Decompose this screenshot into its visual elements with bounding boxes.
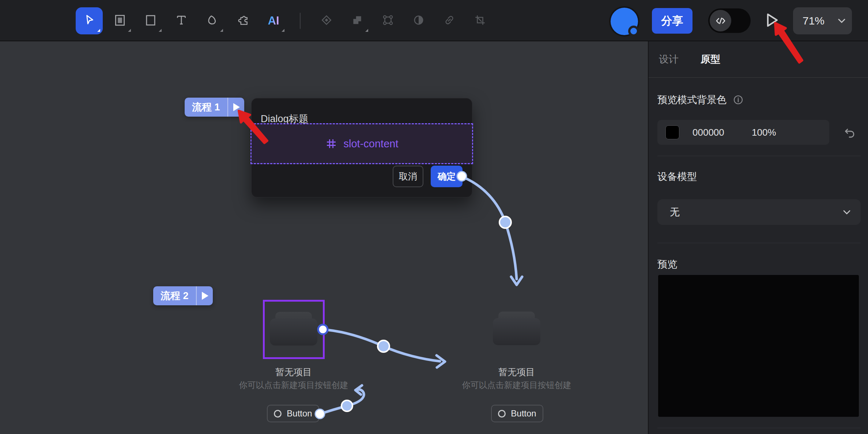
arrowhead-down-icon	[511, 277, 522, 285]
vector-frame-icon	[382, 14, 394, 28]
new-item-button-left[interactable]: Button	[267, 405, 319, 422]
preview-background-label: 预览模式背景色	[657, 93, 727, 106]
chevron-down-icon	[842, 210, 851, 215]
text-tool-button[interactable]	[168, 7, 195, 34]
mask-icon	[412, 14, 425, 28]
preview-label: 预览	[657, 258, 677, 271]
play-icon	[766, 13, 779, 29]
section-divider	[657, 156, 861, 156]
app-window: AI	[0, 0, 868, 434]
tool-dropdown-corner	[128, 29, 131, 32]
tab-design[interactable]: 设计	[659, 53, 679, 66]
cancel-button-label: 取消	[399, 170, 417, 182]
confirm-button-label: 确定	[438, 170, 456, 182]
folder-front	[493, 318, 540, 345]
boolean-tool-button[interactable]	[344, 7, 371, 34]
boolean-shapes-icon	[351, 14, 363, 28]
ai-tool-button[interactable]: AI	[260, 7, 287, 34]
device-model-dropdown[interactable]: 无	[657, 199, 861, 225]
slot-content-label: slot-content	[344, 138, 399, 150]
info-icon[interactable]	[733, 95, 743, 105]
empty-folder-illustration	[270, 312, 317, 346]
connection-midpoint-handle[interactable]	[378, 340, 389, 352]
right-panel: 设计 原型 预览模式背景色 000000 100% 设备模型 无 预览	[648, 41, 868, 434]
tool-dropdown-corner	[159, 29, 162, 32]
preview-section-label: 预览	[657, 258, 677, 271]
reset-color-button[interactable]	[842, 125, 856, 140]
text-icon	[175, 14, 188, 28]
tool-dropdown-corner	[220, 29, 223, 32]
move-tool-button[interactable]	[76, 7, 103, 34]
tool-dropdown-corner	[282, 29, 284, 32]
button-label: Button	[511, 408, 536, 419]
user-avatar[interactable]	[611, 8, 638, 35]
flow1-tag[interactable]: 流程 1	[185, 98, 244, 117]
preview-thumbnail	[658, 275, 859, 417]
flow1-label: 流程 1	[185, 101, 227, 114]
connection-path	[323, 329, 440, 361]
empty-folder-illustration	[493, 312, 540, 345]
component-tool-button[interactable]	[229, 7, 256, 34]
present-play-button[interactable]	[766, 13, 780, 29]
cursor-icon	[83, 14, 95, 28]
device-model-label: 设备模型	[657, 170, 697, 183]
dev-mode-toggle[interactable]	[708, 8, 751, 33]
crop-icon	[474, 14, 486, 28]
connection-midpoint-handle[interactable]	[499, 216, 511, 228]
section-divider	[657, 243, 861, 243]
connection-midpoint-handle[interactable]	[341, 400, 352, 411]
new-item-button-right[interactable]: Button	[491, 405, 543, 422]
dialog-cancel-button[interactable]: 取消	[393, 166, 423, 187]
code-icon	[710, 10, 731, 31]
canvas[interactable]: 流程 1 Dialog标题 slot-content 取消 确定 流程 2	[0, 41, 648, 434]
dialog-slot-area[interactable]: slot-content	[250, 123, 473, 164]
link-icon	[443, 14, 456, 28]
flow2-play-button[interactable]	[197, 286, 213, 305]
pen-tool-button[interactable]	[199, 7, 226, 34]
diamond-icon	[320, 14, 333, 28]
device-model-value: 无	[670, 205, 842, 219]
zoom-control[interactable]: 71%	[793, 7, 852, 34]
empty-state-caption: 你可以点击新建项目按钮创建	[452, 380, 581, 391]
chevron-down-icon	[838, 18, 846, 23]
dialog-frame[interactable]: Dialog标题 slot-content 取消 确定	[251, 98, 472, 197]
color-hex-value[interactable]: 000000	[692, 127, 740, 138]
flow2-tag[interactable]: 流程 2	[153, 286, 213, 305]
background-color-field[interactable]: 000000 100%	[657, 120, 829, 145]
button-label: Button	[287, 408, 312, 419]
frame-tool-button[interactable]	[106, 7, 133, 34]
empty-state-caption: 你可以点击新建项目按钮创建	[229, 380, 358, 391]
puzzle-icon	[237, 14, 249, 28]
tab-prototype[interactable]: 原型	[701, 53, 720, 66]
crop-tool-button[interactable]	[467, 7, 494, 34]
section-divider	[657, 428, 861, 428]
folder-front	[270, 318, 317, 346]
mask-tool-button[interactable]	[405, 7, 432, 34]
dialog-confirm-button[interactable]: 确定	[431, 166, 463, 187]
share-button-label: 分享	[661, 14, 683, 29]
empty-state-title: 暂无项目	[480, 366, 553, 378]
vector-edit-tool-button[interactable]	[374, 7, 401, 34]
panel-tabs: 设计 原型	[649, 41, 868, 78]
frame-icon	[114, 14, 126, 28]
rectangle-tool-button[interactable]	[137, 7, 164, 34]
tool-dropdown-corner	[97, 29, 100, 32]
ai-icon: AI	[268, 14, 279, 27]
toolbar: AI	[0, 0, 868, 41]
avatar-status-badge	[628, 26, 639, 37]
slot-hash-icon	[325, 138, 337, 150]
device-model-section-label: 设备模型	[657, 170, 697, 183]
share-button[interactable]: 分享	[652, 8, 692, 34]
arrowhead-right-icon	[437, 355, 445, 367]
link-tool-button[interactable]	[436, 7, 463, 34]
pen-shape-icon	[206, 14, 218, 28]
color-swatch[interactable]	[665, 125, 679, 139]
undo-icon	[842, 126, 856, 139]
empty-state-title: 暂无项目	[257, 366, 330, 378]
diamond-tool-button[interactable]	[313, 7, 340, 34]
tool-dropdown-corner	[365, 29, 368, 32]
color-opacity-value[interactable]: 100%	[752, 127, 776, 138]
flow1-play-button[interactable]	[228, 98, 244, 117]
play-icon	[202, 292, 208, 300]
circle-icon	[274, 410, 282, 418]
